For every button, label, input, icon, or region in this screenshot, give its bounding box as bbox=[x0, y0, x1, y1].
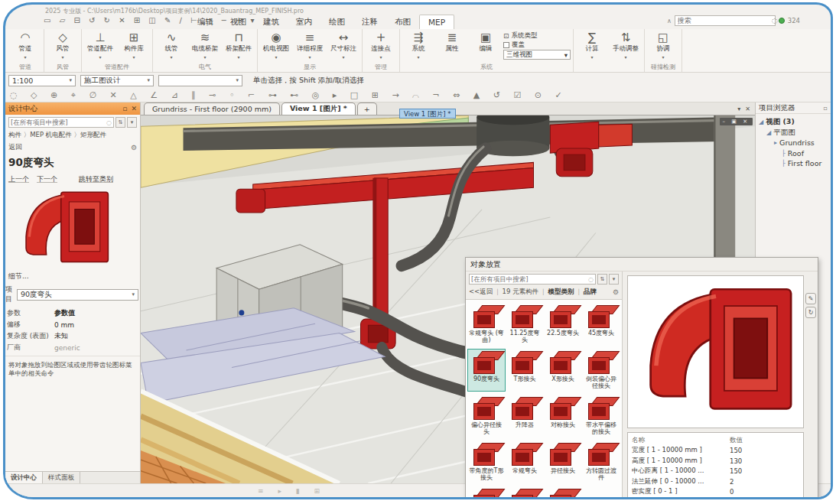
brand-link[interactable]: 品牌 bbox=[574, 288, 596, 297]
grid-item-selected[interactable]: 90度弯头 bbox=[467, 349, 506, 392]
grid-item[interactable]: 22.5度弯头 bbox=[544, 303, 582, 346]
tab-mep[interactable]: MEP bbox=[419, 15, 454, 29]
grid-item[interactable]: 偏心异径接头 bbox=[467, 395, 506, 437]
tray-fitting-button[interactable]: ⊓ 桥架配件 bbox=[223, 30, 255, 63]
collapse-ribbon-icon[interactable]: ∧ bbox=[667, 18, 672, 24]
search-icon[interactable]: ◌ bbox=[588, 276, 595, 283]
calculate-button[interactable]: ∑ 计算 bbox=[576, 30, 608, 63]
override-checkbox-row[interactable]: 覆盖 bbox=[503, 41, 571, 49]
jump-category-link[interactable]: 跳转至类别 bbox=[79, 174, 113, 184]
status-left-icon-strip[interactable]: ≡ ▸ ▮ ⊞ bbox=[258, 487, 326, 495]
pipe-fitting-button[interactable]: ⊥ 管道配件 bbox=[84, 30, 116, 63]
model-category-link[interactable]: 模型类别 bbox=[538, 288, 574, 297]
scale-select[interactable]: 1:100 ▾ bbox=[8, 75, 76, 86]
edit-button[interactable]: ▣ 编辑 bbox=[470, 30, 502, 63]
dialog-search-input[interactable] bbox=[470, 275, 588, 283]
grid-item[interactable]: 方转圆过渡件 bbox=[582, 441, 620, 483]
grid-item[interactable]: 结束盖 bbox=[467, 486, 506, 499]
view-name-label[interactable]: View 1 [图片] * bbox=[399, 109, 456, 119]
conduit-button[interactable]: ∿ 线管 bbox=[155, 30, 187, 63]
back-link[interactable]: <<返回 bbox=[469, 288, 493, 297]
grid-item[interactable]: T形接头 bbox=[506, 349, 544, 392]
component-preview[interactable] bbox=[627, 275, 804, 428]
new-view-tab-button[interactable]: + bbox=[357, 102, 377, 115]
system-button[interactable]: ⇶ 系统 bbox=[402, 30, 434, 63]
notification-count[interactable]: 324 bbox=[788, 17, 800, 24]
tree-item-grundriss[interactable]: ▸ Grundriss bbox=[757, 138, 829, 148]
grid-item[interactable]: 带角度的T形接头 bbox=[467, 441, 506, 483]
page-spinner[interactable]: ⇅ bbox=[597, 274, 607, 285]
expander-icon[interactable]: ◢ bbox=[766, 129, 771, 136]
expander-icon[interactable]: ◢ bbox=[759, 119, 763, 125]
tree-item-first-floor[interactable]: ├ First floor bbox=[757, 158, 829, 169]
tab-layout[interactable]: 布图 bbox=[386, 15, 419, 29]
search-icon[interactable]: ◌ bbox=[106, 119, 113, 126]
detail-level-button[interactable]: ≡ 详细程度 bbox=[294, 30, 326, 63]
dimension-button[interactable]: ↔ 尺寸标注 bbox=[327, 30, 359, 63]
system-type-button[interactable]: ⊡ 系统类型 bbox=[503, 31, 571, 40]
component-library-button[interactable]: ⊞ 构件库 bbox=[118, 30, 150, 63]
view-mode-select[interactable]: 三维视图 ▾ bbox=[503, 50, 571, 60]
coordinate-button[interactable]: ◱ 协调 bbox=[647, 30, 679, 63]
tab-design-center[interactable]: 设计中心 bbox=[5, 472, 43, 483]
pipe-button[interactable]: ◠ 管道 bbox=[9, 30, 41, 63]
pin-icon[interactable]: ▫ bbox=[122, 105, 127, 112]
view-window-controls[interactable]: – ▣ ✕ bbox=[720, 118, 753, 125]
chevron-down-icon[interactable]: ▾ bbox=[737, 106, 740, 112]
tree-item-floorplans[interactable]: ◢ 平面图 bbox=[757, 128, 829, 138]
close-icon[interactable]: ✕ bbox=[745, 106, 750, 112]
grid-item[interactable]: 11.25度弯头 bbox=[506, 303, 544, 346]
connection-point-button[interactable]: + 连接点 bbox=[365, 30, 397, 63]
grid-item[interactable]: 异径接头 bbox=[544, 441, 582, 483]
pin-icon[interactable]: ▫ bbox=[824, 105, 828, 112]
next-link[interactable]: 下一个 bbox=[37, 174, 57, 184]
tree-item-roof[interactable]: ├ Roof bbox=[757, 148, 829, 159]
details-link[interactable]: 细节... bbox=[5, 270, 140, 283]
tab-grundriss[interactable]: Grundriss - First floor (2900 mm) bbox=[144, 102, 280, 115]
cable-tray-button[interactable]: ≋ 电缆桥架 bbox=[189, 30, 221, 63]
gear-icon[interactable]: ⚙ bbox=[613, 288, 619, 296]
breadcrumb[interactable]: 构件 〉MEP 机电配件 〉矩形配件 bbox=[5, 129, 140, 141]
grid-item[interactable]: 倒装偏心异径接头 bbox=[582, 349, 620, 392]
tab-style-panel[interactable]: 样式面板 bbox=[43, 472, 80, 483]
manual-adjust-button[interactable]: ⇅ 手动调整 bbox=[610, 30, 642, 63]
drawing-mode-select[interactable]: 施工图设计 ▾ bbox=[80, 75, 154, 86]
tab-view1[interactable]: View 1 [图片] * bbox=[281, 102, 356, 115]
tab-edit[interactable]: 编辑 bbox=[189, 15, 222, 29]
variant-select[interactable]: 90度弯头 ▾ bbox=[17, 289, 138, 301]
style-select[interactable]: ▾ bbox=[158, 75, 242, 86]
grid-item[interactable]: X形接头 bbox=[544, 349, 582, 392]
tab-view[interactable]: 视图 bbox=[222, 15, 255, 29]
properties-button[interactable]: ≣ 属性 bbox=[436, 30, 468, 63]
grid-item[interactable]: 常规弯头 bbox=[506, 441, 544, 483]
snap-icon-strip[interactable]: ◌ ◇ ⊕ ⌖ ∅ ✕ △ ∠ ⊿ ∥ ⊸ ◦ ⌐ ⊶ ⊷ ◎ ▸ □ ⊞ → … bbox=[5, 90, 568, 100]
grid-item[interactable]: 连接器 bbox=[506, 486, 544, 499]
grid-item[interactable]: 升降器 bbox=[506, 395, 544, 437]
design-center-search-input[interactable] bbox=[9, 119, 106, 126]
visual-style-icon[interactable]: ✎ bbox=[805, 293, 816, 304]
duct-button[interactable]: ◇ 风管 bbox=[47, 30, 79, 63]
tab-architecture[interactable]: 建筑 bbox=[255, 15, 288, 29]
chevron-down-icon[interactable]: ▾ bbox=[609, 274, 619, 285]
close-icon[interactable]: ✕ bbox=[131, 105, 137, 112]
mep-view-button[interactable]: ◉ 机电视图 bbox=[260, 30, 292, 63]
component-thumbnail[interactable] bbox=[7, 187, 138, 270]
object-placement-dialog[interactable]: 对象放置 ◌ ⇅ ▾ bbox=[465, 257, 818, 499]
override-checkbox[interactable] bbox=[503, 42, 509, 48]
grid-item[interactable]: 45度弯头 bbox=[582, 303, 620, 346]
grid-item[interactable]: 常规弯头 (弯曲) bbox=[467, 303, 506, 346]
back-link[interactable]: 返回 bbox=[8, 142, 22, 152]
chevron-down-icon[interactable]: ▾ bbox=[127, 117, 137, 128]
gear-icon[interactable]: ⚙ bbox=[131, 144, 137, 151]
grid-item[interactable]: 带水平偏移的接头 bbox=[582, 395, 620, 437]
grid-item[interactable]: 非对称接头 bbox=[544, 486, 582, 499]
tab-interior[interactable]: 室内 bbox=[288, 15, 320, 29]
tab-annotation[interactable]: 注释 bbox=[353, 15, 386, 29]
search-input[interactable] bbox=[675, 17, 772, 24]
prev-link[interactable]: 上一个 bbox=[8, 174, 29, 184]
page-spinner[interactable]: ⇅ bbox=[115, 117, 125, 128]
grid-item[interactable]: 对称接头 bbox=[544, 395, 582, 437]
expander-icon[interactable]: ▸ bbox=[774, 139, 777, 146]
tab-drawing[interactable]: 绘图 bbox=[320, 15, 353, 29]
orbit-icon[interactable]: ↻ bbox=[805, 307, 816, 318]
